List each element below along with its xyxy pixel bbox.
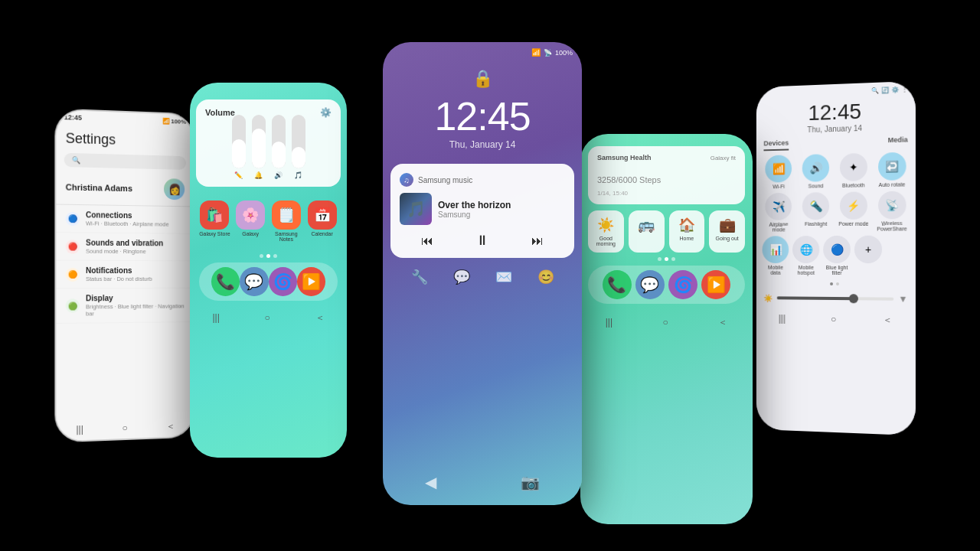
qs-mobile-data[interactable]: 📊 Mobiledata: [763, 236, 789, 275]
qs-wireless-share[interactable]: 📡 Wireless PowerShare: [874, 191, 909, 232]
settings-item-connections[interactable]: 🔵 Connections Wi-Fi · Bluetooth · Airpla…: [56, 205, 193, 234]
qs-hotspot[interactable]: 🌐 Mobilehotspot: [792, 236, 819, 276]
settings-item-notifications[interactable]: 🟠 Notifications Status bar · Do not dist…: [56, 261, 193, 289]
settings-profile[interactable]: Christina Adams 👩: [56, 170, 193, 207]
nav-home-2[interactable]: ○: [265, 312, 270, 323]
shortcut-label-home: Home: [680, 236, 694, 241]
qs-refresh-icon[interactable]: 🔄: [881, 86, 889, 93]
volume-slider-music[interactable]: 🎵: [292, 115, 305, 179]
shortcut-going-out[interactable]: 💼 Going out: [709, 210, 745, 253]
dock-messages[interactable]: 💬: [240, 267, 268, 296]
add-toggle[interactable]: +: [854, 236, 882, 263]
powermode-toggle[interactable]: ⚡: [840, 191, 867, 220]
shortcut-good-morning[interactable]: ☀️ Goodmorning: [588, 210, 624, 253]
nav-recent-4[interactable]: |||: [606, 317, 612, 328]
app-calendar[interactable]: 📅 Calendar: [306, 201, 338, 242]
qs-more-icon[interactable]: ⋮: [901, 86, 907, 93]
quick-wrench-icon[interactable]: 🔧: [411, 269, 428, 285]
dock-phone-4[interactable]: 📞: [603, 270, 632, 299]
qs-wifi[interactable]: 📶 Wi-Fi: [763, 155, 795, 189]
qs-tab-media[interactable]: Media: [888, 135, 908, 148]
briefcase-icon: 💼: [719, 217, 736, 233]
dot-2: [266, 254, 270, 258]
music-controls: ⏮ ⏸ ⏭: [400, 233, 565, 249]
qs-search-icon[interactable]: 🔍: [871, 87, 879, 94]
settings-item-sounds[interactable]: 🔴 Sounds and vibration Sound mode · Ring…: [56, 233, 193, 261]
nav-recent-1[interactable]: |||: [76, 424, 83, 435]
qs-gear-icon[interactable]: ⚙️: [891, 86, 899, 94]
chevron-down-icon[interactable]: ▼: [899, 294, 908, 305]
dot-4-2: [665, 257, 668, 261]
qs-tab-devices[interactable]: Devices: [763, 139, 789, 152]
shortcut-bus[interactable]: 🚌: [629, 210, 665, 253]
qs-flashlight[interactable]: 🔦 Flashlight: [799, 192, 833, 232]
hotspot-toggle[interactable]: 🌐: [792, 236, 819, 263]
quick-email-icon[interactable]: ✉️: [495, 269, 512, 285]
app-samsung-notes[interactable]: 🗒️ Samsung Notes: [271, 201, 302, 242]
brightness-handle[interactable]: [849, 294, 858, 303]
settings-search[interactable]: 🔍: [64, 153, 186, 170]
dock-4: 📞 💬 🌀 ▶️: [588, 266, 745, 304]
nav-recent-2[interactable]: |||: [212, 312, 219, 323]
qs-tabs: Devices Media: [756, 135, 916, 151]
qs-bluelight[interactable]: 🔵 Blue lightfilter: [823, 236, 851, 276]
nav-home-5[interactable]: ○: [831, 314, 836, 324]
airplane-toggle[interactable]: ✈️: [766, 193, 792, 220]
quick-message-icon[interactable]: 💬: [453, 269, 470, 285]
app-galaxy-store[interactable]: 🛍️ Galaxy Store: [199, 201, 230, 242]
sound-toggle[interactable]: 🔊: [802, 154, 829, 182]
nav-back-4[interactable]: ＜: [718, 316, 727, 329]
qs-autorotate[interactable]: ↩️ Auto rotate: [874, 152, 909, 188]
nav-home-1[interactable]: ○: [122, 422, 128, 433]
nav-back-5[interactable]: ＜: [883, 313, 892, 326]
bluelight-toggle[interactable]: 🔵: [823, 236, 851, 263]
nav-home-4[interactable]: ○: [663, 317, 668, 328]
qs-add[interactable]: +: [854, 236, 882, 276]
mobile-data-toggle[interactable]: 📊: [763, 236, 789, 263]
qs-airplane[interactable]: ✈️ Airplane mode: [763, 193, 795, 233]
dock-video-4[interactable]: ▶️: [701, 270, 730, 299]
prev-button[interactable]: ⏮: [421, 234, 433, 248]
health-phone: Samsung Health Galaxy fit 3258/6000 Step…: [580, 134, 753, 524]
nav-back-2[interactable]: ＜: [315, 311, 325, 324]
brightness-slider[interactable]: [777, 296, 894, 300]
wireless-share-toggle[interactable]: 📡: [878, 191, 906, 220]
qs-dot-2: [836, 282, 839, 285]
shortcut-home[interactable]: 🏠 Home: [669, 210, 705, 253]
lock-status-bar: 📶 📡 100%: [383, 42, 582, 63]
dock-phone[interactable]: 📞: [211, 267, 240, 296]
qs-bluetooth[interactable]: ✦ Bluetooth: [836, 153, 871, 188]
volume-slider-pencil[interactable]: ✏️: [232, 115, 246, 179]
autorotate-toggle[interactable]: ↩️: [878, 152, 906, 181]
next-button[interactable]: ⏭: [531, 234, 544, 248]
dock-2: 📞 💬 🌀 ▶️: [199, 262, 338, 301]
gear-icon[interactable]: ⚙️: [320, 107, 332, 118]
settings-item-display[interactable]: 🟢 Display Brightness · Blue light filter…: [56, 289, 193, 324]
volume-slider-bell[interactable]: 🔔: [252, 115, 266, 179]
flashlight-toggle[interactable]: 🔦: [802, 192, 829, 220]
wifi-label: Wi-Fi: [773, 184, 785, 189]
quick-emoji-icon[interactable]: 😊: [537, 269, 554, 285]
qs-sound[interactable]: 🔊 Sound: [799, 154, 833, 189]
nav-recent-5[interactable]: |||: [779, 313, 786, 324]
sounds-icon: 🔴: [66, 240, 80, 253]
display-icon: 🟢: [66, 298, 80, 312]
connections-sub: Wi-Fi · Bluetooth · Airplane mode: [86, 220, 185, 228]
app-galaxy[interactable]: 🌸 Galaxy: [235, 201, 266, 242]
dock-messages-4[interactable]: 💬: [635, 270, 665, 299]
qs-power-mode[interactable]: ⚡ Power mode: [836, 191, 871, 232]
pause-button[interactable]: ⏸: [475, 233, 489, 249]
nav-back-1[interactable]: ＜: [166, 419, 175, 432]
dock-browser[interactable]: 🌀: [269, 267, 297, 296]
display-label: Display: [86, 294, 185, 303]
lock-bottom-back[interactable]: ◀: [425, 473, 436, 491]
dock-browser-4[interactable]: 🌀: [668, 270, 697, 299]
bluetooth-toggle[interactable]: ✦: [840, 153, 867, 181]
dock-video[interactable]: ▶️: [297, 267, 325, 296]
music-card: ♫ Samsung music 🎵 Over the horizon Samsu…: [390, 164, 574, 258]
wifi-toggle[interactable]: 📶: [766, 155, 792, 182]
bluetooth-label: Bluetooth: [842, 182, 865, 188]
shortcut-label-morning: Goodmorning: [596, 236, 616, 246]
volume-slider-speaker[interactable]: 🔊: [272, 115, 286, 179]
lock-bottom-camera[interactable]: 📷: [521, 473, 540, 491]
